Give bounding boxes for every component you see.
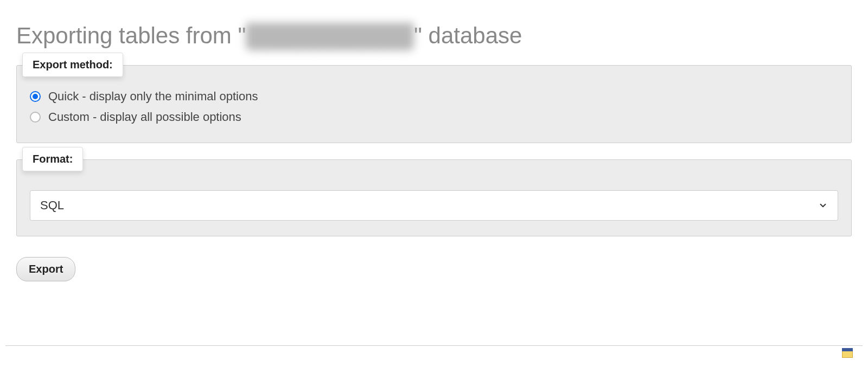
radio-label-quick: Quick - display only the minimal options	[48, 89, 258, 104]
export-button[interactable]: Export	[16, 257, 75, 281]
radio-label-custom: Custom - display all possible options	[48, 110, 241, 124]
page-title: Exporting tables from "██████████" datab…	[0, 0, 868, 65]
radio-row-custom[interactable]: Custom - display all possible options	[30, 107, 838, 127]
chevron-down-icon	[818, 201, 828, 210]
format-legend: Format:	[22, 147, 83, 171]
title-prefix: Exporting tables from "	[16, 23, 246, 48]
radio-row-quick[interactable]: Quick - display only the minimal options	[30, 86, 838, 107]
format-fieldset: Format: SQL	[16, 159, 852, 236]
radio-custom[interactable]	[30, 112, 41, 123]
radio-quick[interactable]	[30, 91, 41, 102]
export-method-legend: Export method:	[22, 53, 123, 77]
window-icon	[842, 348, 853, 358]
format-selected-value: SQL	[40, 198, 64, 213]
export-method-fieldset: Export method: Quick - display only the …	[16, 65, 852, 143]
title-suffix: " database	[414, 23, 522, 48]
format-select[interactable]: SQL	[30, 190, 838, 221]
horizontal-rule	[5, 345, 863, 346]
database-name-blurred: ██████████	[246, 23, 414, 49]
